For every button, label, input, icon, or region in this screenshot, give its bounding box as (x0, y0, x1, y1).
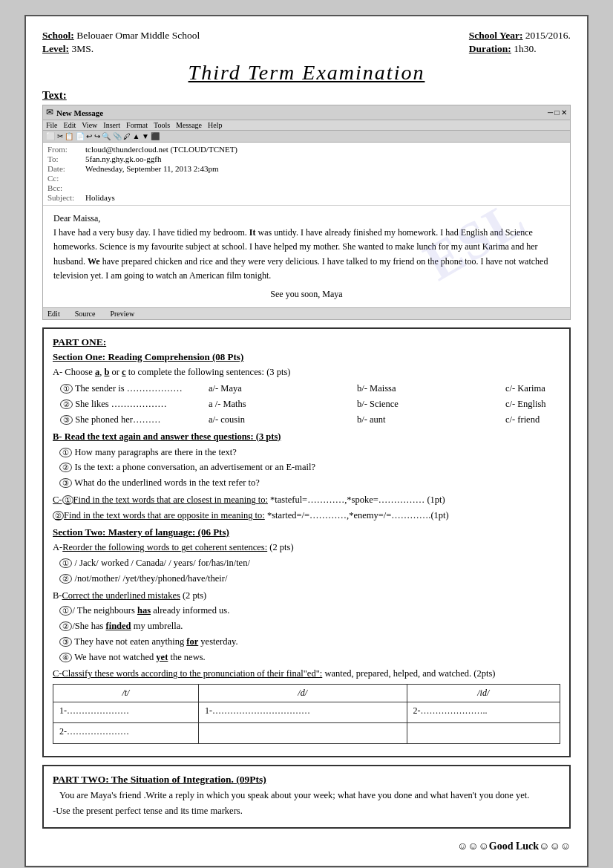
col-id: /id/ (407, 685, 560, 702)
reading-pts: (08 Pts) (210, 351, 244, 362)
section-two-heading: Section Two: Mastery of language: (06 Pt… (53, 526, 560, 538)
date-value: Wednesday, September 11, 2013 2:43pm (85, 164, 218, 173)
d-row2 (198, 723, 407, 744)
email-box: ✉ New Message ─ □ ✕ File Edit View Inser… (42, 105, 571, 320)
subject-label: Subject: (47, 193, 81, 202)
school-info: School: Belouaer Omar Middle School (42, 30, 200, 42)
t-row2: 2-………………… (53, 723, 199, 744)
date-field-row: Date: Wednesday, September 11, 2013 2:43… (47, 164, 566, 173)
section-one-heading: Section One: Reading Comprehension (08 P… (53, 351, 560, 363)
section-one-label: Section One: (53, 351, 108, 362)
date-label: Date: (47, 164, 81, 173)
col-t: /t/ (53, 685, 199, 702)
menu-tools: Tools (154, 121, 170, 129)
email-footer-bar: Edit Source Preview (43, 307, 570, 319)
q1-stem: ① The sender is ……………… (60, 381, 209, 396)
footer-tab-preview: Preview (110, 310, 134, 318)
table-row-1: 1-………………… 1-…………………………… 2-………………….. (53, 702, 560, 723)
exam-page: ESL School: Belouaer Omar Middle School … (24, 15, 589, 867)
q2-stem: ② She likes ……………… (60, 397, 209, 411)
section-two-label: Section Two: (53, 526, 108, 538)
part-one-box: PART ONE: Section One: Reading Comprehen… (42, 327, 571, 757)
to-label: To: (47, 154, 81, 163)
id-row2 (407, 723, 560, 744)
section-b-block: B- Read the text again and answer these … (53, 430, 560, 490)
email-toolbar: ✉ New Message ─ □ ✕ (43, 105, 570, 120)
b2-block: B-Correct the underlined mistakes (2 pts… (53, 589, 560, 665)
menu-format: Format (126, 121, 148, 129)
mastery-label: Mastery of language: (108, 526, 196, 538)
b2-q3: ③ They have not eaten anything for yeste… (53, 635, 560, 649)
duration-value: 1h30. (514, 43, 536, 54)
pronunciation-table: /t/ /d/ /id/ 1-………………… 1-…………………………… 2-…… (53, 684, 560, 744)
email-fields: From: tcloud@thundercloud.net (TCLOUD/TC… (43, 143, 570, 206)
subject-value: Holidays (85, 193, 115, 202)
email-salutation: Dear Maissa, (53, 212, 560, 226)
menu-insert: Insert (103, 121, 120, 129)
part-two-instruction-2: -Use the present perfect tense and its t… (53, 804, 560, 818)
b-instr-text: B- Read the text again and answer these … (53, 431, 281, 442)
part-two-box: PART TWO: The Situation of Integration. … (42, 765, 571, 829)
q3-b: b/- aunt (357, 412, 505, 427)
good-luck: ☺☺☺Good Luck☺☺☺ (42, 841, 571, 852)
q2-row: ② She likes ……………… a /- Maths b/- Scienc… (60, 397, 560, 411)
level-label: Level: (42, 43, 69, 54)
email-body: Dear Maissa, I have had a very busy day.… (43, 206, 570, 307)
mastery-pts: (06 Pts) (195, 526, 229, 538)
to-value: 5fan.ny.ghy.gk.oo-ggfh (85, 154, 161, 163)
b-q3: ③ What do the underlined words in the te… (53, 476, 560, 490)
window-controls: ─ □ ✕ (548, 108, 567, 117)
header-left: School: Belouaer Omar Middle School Leve… (42, 30, 200, 55)
school-year-value: 2015/2016. (525, 30, 571, 41)
part-two-instr1-text: You are Maya's friend .Write a reply in … (59, 790, 529, 800)
from-label: From: (47, 145, 81, 154)
bcc-field-row: Bcc: (47, 183, 566, 192)
footer-tab-edit: Edit (47, 310, 60, 318)
title-area: Third Term Examination (42, 61, 571, 85)
duration-info: Duration: 1h30. (469, 43, 571, 55)
menu-edit: Edit (64, 121, 76, 129)
part-two-heading: PART TWO: The Situation of Integration. … (53, 774, 560, 786)
school-name: Belouaer Omar Middle School (76, 30, 200, 41)
c-q1: C-①Find in the text words that are close… (53, 493, 560, 507)
c2-instruction: C-Classify these words according to the … (53, 667, 560, 681)
from-field-row: From: tcloud@thundercloud.net (TCLOUD/TC… (47, 145, 566, 154)
q3-row: ③ She phoned her……… a/- cousin b/- aunt … (60, 412, 560, 427)
q1-c: c/- Karima (505, 381, 613, 396)
q2-a: a /- Maths (209, 397, 357, 411)
q1-b: b/- Maissa (357, 381, 505, 396)
menu-help: Help (208, 121, 222, 129)
email-window-icon: ✉ (46, 107, 53, 118)
from-value: tcloud@thundercloud.net (TCLOUD/TCNET) (85, 145, 237, 154)
menu-message: Message (176, 121, 202, 129)
id-row1: 2-………………….. (407, 702, 560, 723)
c2-block: C-Classify these words according to the … (53, 667, 560, 744)
q1-row: ① The sender is ……………… a/- Maya b/- Mais… (60, 381, 560, 396)
header-right: School Year: 2015/2016. Duration: 1h30. (469, 30, 571, 55)
duration-label: Duration: (469, 43, 511, 54)
header-info: School: Belouaer Omar Middle School Leve… (42, 30, 571, 55)
text-label: Text: (42, 89, 571, 102)
menu-view: View (82, 121, 97, 129)
b-q1: ① How many paragraphs are there in the t… (53, 446, 560, 460)
reading-comp-label: Reading Comprehension (108, 351, 209, 362)
col-d: /d/ (198, 685, 407, 702)
q2-b: b/- Science (357, 397, 505, 411)
bcc-label: Bcc: (47, 183, 81, 192)
level-value: 3MS. (71, 43, 94, 54)
t-row1: 1-………………… (53, 702, 199, 723)
b2-instruction: B-Correct the underlined mistakes (2 pts… (53, 589, 560, 603)
email-window-title: New Message (56, 108, 103, 117)
email-body-text: I have had a very busy day. I have tidie… (53, 226, 560, 283)
email-menu-bar: File Edit View Insert Format Tools Messa… (43, 120, 570, 131)
q3-stem: ③ She phoned her……… (60, 412, 209, 427)
footer-tab-source: Source (75, 310, 96, 318)
b2-q1: ①/ The neighbours has already informed u… (53, 604, 560, 618)
a-instruction: A- Choose a, b or c to complete the foll… (53, 365, 560, 379)
b-q2: ② Is the text: a phone conversation, an … (53, 460, 560, 474)
to-field-row: To: 5fan.ny.ghy.gk.oo-ggfh (47, 154, 566, 163)
table-row-2: 2-………………… (53, 723, 560, 744)
email-signoff: See you soon, Maya (53, 287, 560, 301)
q2-c: c/- English (505, 397, 613, 411)
a2-block: A-Reorder the following words to get coh… (53, 541, 560, 585)
